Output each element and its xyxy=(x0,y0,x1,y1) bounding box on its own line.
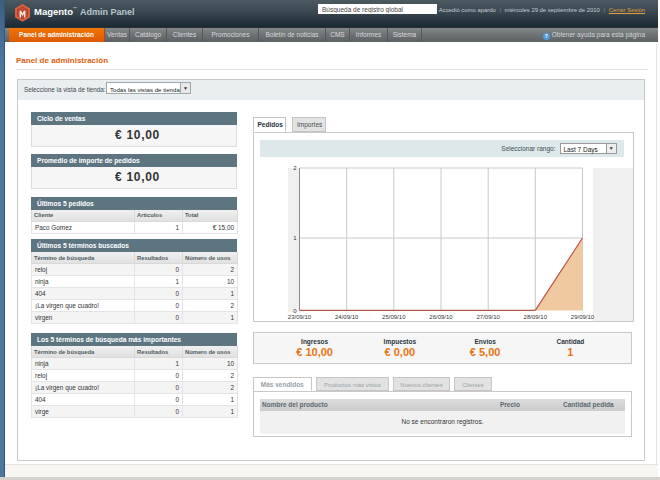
svg-text:2: 2 xyxy=(293,165,297,171)
svg-text:29/09/10: 29/09/10 xyxy=(570,313,594,319)
svg-text:23/09/10: 23/09/10 xyxy=(287,313,311,319)
svg-text:28/09/10: 28/09/10 xyxy=(523,313,547,319)
svg-text:1: 1 xyxy=(293,235,297,241)
svg-text:24/09/10: 24/09/10 xyxy=(335,313,359,319)
svg-text:25/09/10: 25/09/10 xyxy=(382,313,406,319)
svg-text:26/09/10: 26/09/10 xyxy=(429,313,453,319)
svg-text:27/09/10: 27/09/10 xyxy=(476,313,500,319)
